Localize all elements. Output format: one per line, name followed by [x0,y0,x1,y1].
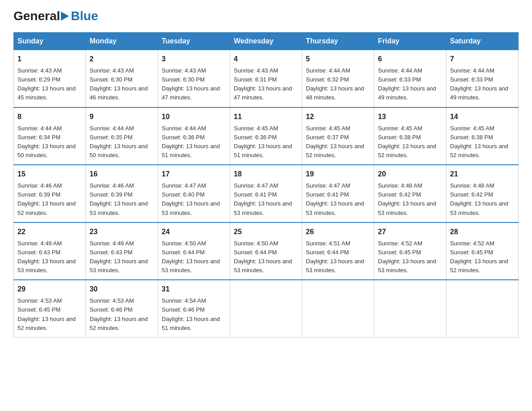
day-info: Sunrise: 4:44 AMSunset: 6:33 PMDaylight:… [450,66,515,103]
day-cell: 6 Sunrise: 4:44 AMSunset: 6:33 PMDayligh… [374,50,446,107]
day-cell: 30 Sunrise: 4:53 AMSunset: 6:46 PMDaylig… [86,280,158,337]
day-cell: 15 Sunrise: 4:46 AMSunset: 6:39 PMDaylig… [14,165,86,223]
day-number: 5 [306,54,370,64]
day-cell: 2 Sunrise: 4:43 AMSunset: 6:30 PMDayligh… [86,50,158,107]
day-number: 19 [306,169,370,180]
day-info: Sunrise: 4:47 AMSunset: 6:41 PMDaylight:… [234,181,298,218]
day-number: 29 [17,284,82,295]
day-info: Sunrise: 4:45 AMSunset: 6:36 PMDaylight:… [234,124,298,160]
day-cell [374,280,446,337]
day-info: Sunrise: 4:43 AMSunset: 6:29 PMDaylight:… [17,66,82,103]
calendar-table: SundayMondayTuesdayWednesdayThursdayFrid… [13,32,519,338]
day-number: 8 [17,111,82,122]
day-info: Sunrise: 4:44 AMSunset: 6:35 PMDaylight:… [90,124,154,160]
day-info: Sunrise: 4:43 AMSunset: 6:30 PMDaylight:… [162,66,226,103]
day-number: 25 [234,227,298,237]
day-info: Sunrise: 4:44 AMSunset: 6:36 PMDaylight:… [162,124,226,160]
header-cell-monday: Monday [86,33,158,50]
week-row-2: 8 Sunrise: 4:44 AMSunset: 6:34 PMDayligh… [14,107,519,165]
day-info: Sunrise: 4:53 AMSunset: 6:46 PMDaylight:… [90,296,154,333]
week-row-5: 29 Sunrise: 4:53 AMSunset: 6:45 PMDaylig… [14,280,519,337]
day-number: 22 [17,227,82,237]
day-cell: 13 Sunrise: 4:45 AMSunset: 6:38 PMDaylig… [374,107,446,165]
day-number: 15 [17,169,82,180]
day-cell: 31 Sunrise: 4:54 AMSunset: 6:46 PMDaylig… [158,280,230,337]
header-cell-saturday: Saturday [446,33,519,50]
day-cell: 19 Sunrise: 4:47 AMSunset: 6:41 PMDaylig… [302,165,374,223]
svg-marker-0 [61,12,69,21]
day-info: Sunrise: 4:52 AMSunset: 6:45 PMDaylight:… [378,239,442,275]
week-row-4: 22 Sunrise: 4:49 AMSunset: 6:43 PMDaylig… [14,223,519,280]
day-number: 13 [378,111,442,122]
day-info: Sunrise: 4:46 AMSunset: 6:39 PMDaylight:… [90,181,154,218]
day-info: Sunrise: 4:52 AMSunset: 6:45 PMDaylight:… [450,239,515,275]
day-number: 20 [378,169,442,180]
day-number: 23 [90,227,154,237]
header-cell-thursday: Thursday [302,33,374,50]
day-cell: 25 Sunrise: 4:50 AMSunset: 6:44 PMDaylig… [230,223,302,280]
day-cell: 7 Sunrise: 4:44 AMSunset: 6:33 PMDayligh… [446,50,519,107]
day-info: Sunrise: 4:47 AMSunset: 6:40 PMDaylight:… [162,181,226,218]
day-number: 26 [306,227,370,237]
day-cell: 9 Sunrise: 4:44 AMSunset: 6:35 PMDayligh… [86,107,158,165]
day-info: Sunrise: 4:45 AMSunset: 6:37 PMDaylight:… [306,124,370,160]
logo-text: GeneralBlue [13,9,98,23]
logo-blue-word: Blue [71,9,98,23]
day-info: Sunrise: 4:49 AMSunset: 6:43 PMDaylight:… [17,239,82,275]
header-cell-tuesday: Tuesday [158,33,230,50]
day-number: 30 [90,284,154,295]
day-number: 9 [90,111,154,122]
day-cell: 12 Sunrise: 4:45 AMSunset: 6:37 PMDaylig… [302,107,374,165]
day-info: Sunrise: 4:48 AMSunset: 6:42 PMDaylight:… [378,181,442,218]
day-cell: 16 Sunrise: 4:46 AMSunset: 6:39 PMDaylig… [86,165,158,223]
header-cell-wednesday: Wednesday [230,33,302,50]
day-info: Sunrise: 4:43 AMSunset: 6:30 PMDaylight:… [90,66,154,103]
day-cell: 1 Sunrise: 4:43 AMSunset: 6:29 PMDayligh… [14,50,86,107]
day-info: Sunrise: 4:44 AMSunset: 6:33 PMDaylight:… [378,66,442,103]
day-number: 6 [378,54,442,64]
day-info: Sunrise: 4:45 AMSunset: 6:38 PMDaylight:… [450,124,515,160]
logo-general: General [13,9,60,23]
day-info: Sunrise: 4:53 AMSunset: 6:45 PMDaylight:… [17,296,82,333]
day-cell: 17 Sunrise: 4:47 AMSunset: 6:40 PMDaylig… [158,165,230,223]
day-cell: 20 Sunrise: 4:48 AMSunset: 6:42 PMDaylig… [374,165,446,223]
day-number: 3 [162,54,226,64]
day-info: Sunrise: 4:49 AMSunset: 6:43 PMDaylight:… [90,239,154,275]
day-cell: 8 Sunrise: 4:44 AMSunset: 6:34 PMDayligh… [14,107,86,165]
week-row-3: 15 Sunrise: 4:46 AMSunset: 6:39 PMDaylig… [14,165,519,223]
day-info: Sunrise: 4:47 AMSunset: 6:41 PMDaylight:… [306,181,370,218]
day-info: Sunrise: 4:54 AMSunset: 6:46 PMDaylight:… [162,296,226,333]
day-number: 28 [450,227,515,237]
day-cell: 24 Sunrise: 4:50 AMSunset: 6:44 PMDaylig… [158,223,230,280]
day-cell: 14 Sunrise: 4:45 AMSunset: 6:38 PMDaylig… [446,107,519,165]
day-number: 17 [162,169,226,180]
day-number: 18 [234,169,298,180]
day-cell: 11 Sunrise: 4:45 AMSunset: 6:36 PMDaylig… [230,107,302,165]
header-row: SundayMondayTuesdayWednesdayThursdayFrid… [14,33,519,50]
day-info: Sunrise: 4:51 AMSunset: 6:44 PMDaylight:… [306,239,370,275]
day-info: Sunrise: 4:45 AMSunset: 6:38 PMDaylight:… [378,124,442,160]
day-info: Sunrise: 4:43 AMSunset: 6:31 PMDaylight:… [234,66,298,103]
day-number: 21 [450,169,515,180]
day-number: 27 [378,227,442,237]
day-info: Sunrise: 4:44 AMSunset: 6:34 PMDaylight:… [17,124,82,160]
day-cell: 28 Sunrise: 4:52 AMSunset: 6:45 PMDaylig… [446,223,519,280]
day-number: 11 [234,111,298,122]
day-info: Sunrise: 4:48 AMSunset: 6:42 PMDaylight:… [450,181,515,218]
day-cell: 22 Sunrise: 4:49 AMSunset: 6:43 PMDaylig… [14,223,86,280]
day-cell: 29 Sunrise: 4:53 AMSunset: 6:45 PMDaylig… [14,280,86,337]
day-info: Sunrise: 4:46 AMSunset: 6:39 PMDaylight:… [17,181,82,218]
week-row-1: 1 Sunrise: 4:43 AMSunset: 6:29 PMDayligh… [14,50,519,107]
day-number: 12 [306,111,370,122]
page-header: GeneralBlue [13,9,519,23]
day-cell [230,280,302,337]
day-cell: 23 Sunrise: 4:49 AMSunset: 6:43 PMDaylig… [86,223,158,280]
day-number: 4 [234,54,298,64]
day-cell: 4 Sunrise: 4:43 AMSunset: 6:31 PMDayligh… [230,50,302,107]
day-cell: 27 Sunrise: 4:52 AMSunset: 6:45 PMDaylig… [374,223,446,280]
calendar-header: SundayMondayTuesdayWednesdayThursdayFrid… [14,33,519,50]
day-cell: 26 Sunrise: 4:51 AMSunset: 6:44 PMDaylig… [302,223,374,280]
day-info: Sunrise: 4:50 AMSunset: 6:44 PMDaylight:… [162,239,226,275]
day-number: 16 [90,169,154,180]
day-cell: 5 Sunrise: 4:44 AMSunset: 6:32 PMDayligh… [302,50,374,107]
